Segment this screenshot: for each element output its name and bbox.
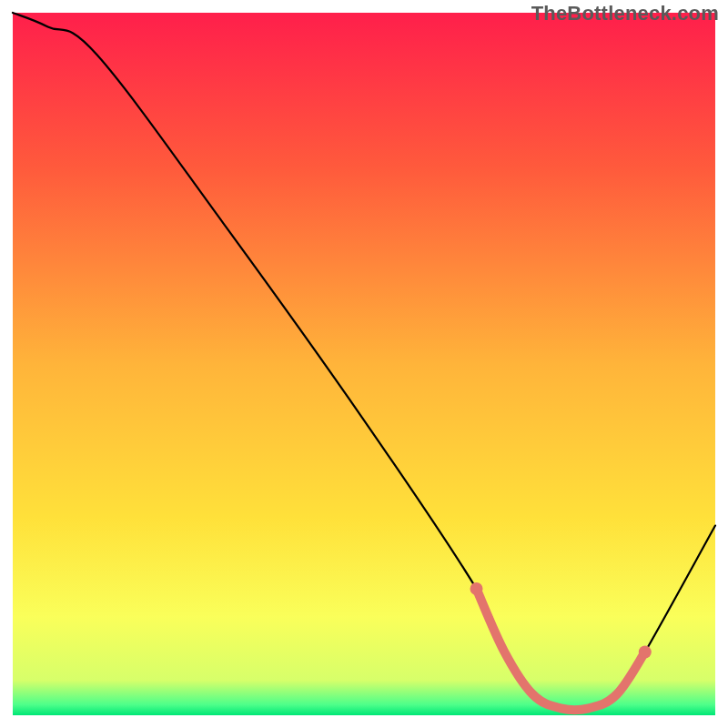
plot-background [13,13,715,715]
chart-canvas: TheBottleneck.com [0,0,728,728]
optimal-range-end-marker [639,646,652,659]
bottleneck-chart [0,0,728,728]
watermark-label: TheBottleneck.com [531,2,719,25]
optimal-range-end-marker [470,582,483,595]
